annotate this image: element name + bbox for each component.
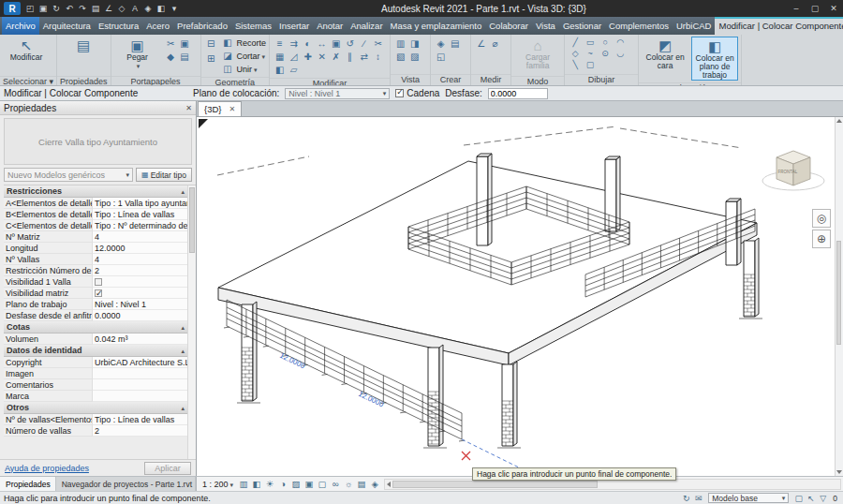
type-preview[interactable]: Cierre Valla tipo Ayuntamiento [4, 118, 192, 165]
offset-icon[interactable]: ⇉ [287, 37, 301, 50]
shadows-icon[interactable]: ◑ [276, 478, 289, 490]
properties-button[interactable]: ▤ [60, 37, 107, 74]
property-value[interactable]: Tipo : Nº determinado de v... [93, 220, 187, 231]
panel-label-crear[interactable]: Crear [431, 74, 470, 85]
apply-button[interactable]: Aplicar [144, 462, 191, 475]
section-header[interactable]: Cotas▴ [4, 321, 187, 334]
collapse-icon[interactable]: ▴ [181, 185, 185, 197]
exclude-options-icon[interactable]: ▢ [792, 493, 805, 504]
open-icon[interactable]: ◰ [23, 3, 37, 15]
property-value[interactable]: 12.0000 [93, 243, 187, 254]
tab-anotar[interactable]: Anotar [313, 17, 347, 35]
tab-modificar-colocar-componente[interactable]: Modificar | Colocar Componente [715, 17, 843, 35]
section-header[interactable]: Otros▴ [4, 402, 187, 414]
property-value[interactable] [93, 368, 187, 379]
create-group-icon[interactable]: ◈ [434, 37, 448, 50]
properties-help-link[interactable]: Ayuda de propiedades [5, 464, 89, 473]
design-options-select[interactable]: Modelo base [708, 493, 789, 503]
chain-option[interactable]: Cadena [395, 88, 439, 98]
property-value[interactable]: 0.042 m³ [93, 334, 187, 345]
draw-polygon-icon[interactable]: ◇ [568, 48, 583, 59]
press-drag-icon[interactable]: ↖ [805, 493, 817, 504]
tab-prefabricado[interactable]: Prefabricado [173, 17, 231, 35]
crop-view-icon[interactable]: ▣ [303, 478, 316, 490]
scrollbar-thumb[interactable] [836, 241, 841, 345]
draw-spline-icon[interactable]: ~ [583, 48, 598, 59]
create-similar-icon[interactable]: ▤ [448, 37, 462, 50]
undo-icon[interactable]: ↶ [63, 3, 76, 15]
property-value[interactable]: 2 [93, 425, 187, 437]
worksets-icon[interactable]: ↻ [680, 493, 692, 504]
property-value[interactable] [93, 288, 187, 299]
property-value[interactable]: 4 [93, 254, 187, 265]
property-value[interactable]: 0.0000 [93, 310, 187, 321]
swap-icon[interactable]: ⇄ [357, 50, 371, 63]
paint-icon[interactable]: ◧ [273, 63, 287, 76]
paste-button[interactable]: ▣ Pegar [114, 37, 161, 74]
tab-masa-y-emplazamiento[interactable]: Masa y emplazamiento [387, 17, 486, 35]
property-value[interactable]: UrbiCAD Architecture S.L. © [93, 357, 187, 368]
revit-logo-icon[interactable]: R [4, 2, 21, 15]
displaced-elements-icon[interactable]: ◈ [368, 478, 381, 490]
scrollbar-thumb[interactable] [189, 187, 195, 253]
type-selector[interactable]: Nuevo Modelos genéricos [4, 168, 133, 182]
section-header[interactable]: Datos de identidad▴ [4, 345, 187, 357]
scroll-left-icon[interactable] [387, 482, 391, 487]
visual-style-icon[interactable]: ◧ [250, 478, 263, 490]
tab-complementos[interactable]: Complementos [605, 17, 673, 35]
place-on-work-plane-button[interactable]: ◧ Colocar en plano de trabajo [691, 37, 738, 81]
property-value[interactable]: Tipo : Línea de vallas [93, 414, 187, 425]
split-icon[interactable]: ✂ [371, 37, 385, 50]
property-value[interactable] [93, 391, 187, 402]
view-tab-3d[interactable]: {3D} ✕ [198, 101, 242, 116]
extend-icon[interactable]: ↕ [371, 50, 385, 63]
panel-label-modo[interactable]: Modo [511, 76, 564, 86]
draw-line-icon[interactable]: ╱ [568, 37, 583, 48]
load-family-button[interactable]: ⌂ Cargar familia [514, 37, 561, 74]
tab-urbicad[interactable]: UrbiCAD [673, 17, 715, 35]
panel-label-seleccionar[interactable]: Seleccionar ▾ [0, 76, 56, 86]
close-icon[interactable]: ✕ [185, 104, 192, 112]
tab-arquitectura[interactable]: Arquitectura [39, 17, 95, 35]
unpin-icon[interactable]: ✕ [315, 50, 329, 63]
reveal-hidden-elements-icon[interactable]: ☼ [342, 478, 355, 490]
clipboard-icon[interactable]: ▤ [178, 50, 192, 63]
panel-tab-propiedades[interactable]: Propiedades [0, 477, 56, 491]
legend-icon[interactable]: ◱ [434, 50, 448, 63]
property-value[interactable] [93, 379, 187, 391]
tab-acero[interactable]: Acero [142, 17, 173, 35]
rotate-icon[interactable]: ↺ [343, 37, 357, 50]
mirror-icon[interactable]: ◐ [301, 37, 315, 50]
section-icon[interactable]: ◧ [155, 3, 168, 15]
tab-analizar[interactable]: Analizar [347, 17, 386, 35]
unir-button[interactable]: ◫ Unir [221, 63, 267, 75]
minimize-icon[interactable]: – [787, 1, 806, 16]
pin-icon[interactable]: ✚ [301, 50, 315, 63]
tab-insertar[interactable]: Insertar [275, 17, 313, 35]
section-box-icon[interactable]: ▨ [407, 50, 422, 63]
3d-view-icon[interactable]: ◈ [141, 3, 155, 15]
filter-icon[interactable]: ▽ [817, 493, 829, 504]
text-icon[interactable]: A [128, 3, 141, 15]
draw-rectangle-icon[interactable]: ▭ [583, 37, 598, 48]
navigation-wheel-icon[interactable]: ◎ [812, 209, 831, 228]
zoom-icon[interactable]: ⊕ [812, 230, 831, 248]
draw-arc-icon[interactable]: ◠ [613, 37, 628, 48]
edit-type-button[interactable]: ▦ Editar tipo [136, 168, 192, 182]
panel-tab-navegador-de-proyectos-parte-1-rvt[interactable]: Navegador de proyectos - Parte 1.rvt [56, 477, 196, 491]
temporary-view-properties-icon[interactable]: ▤ [355, 478, 368, 490]
section-header[interactable]: Restricciones▴ [4, 185, 187, 198]
property-value[interactable]: Tipo : Línea de vallas [93, 209, 187, 220]
panel-label-dibujar[interactable]: Dibujar [565, 74, 638, 85]
chain-checkbox[interactable] [395, 89, 404, 97]
tab-archivo[interactable]: Archivo [2, 17, 39, 35]
join-icon[interactable]: ∥ [343, 50, 357, 63]
collapse-icon[interactable]: ▴ [181, 345, 185, 356]
collapse-icon[interactable]: ▴ [181, 321, 185, 333]
delete-icon[interactable]: ✗ [329, 50, 343, 63]
property-value[interactable]: Nivel : Nivel 1 [93, 299, 187, 310]
isolate-icon[interactable]: ▧ [393, 50, 407, 63]
cut-icon[interactable]: ✂ [164, 37, 178, 50]
cortar-button[interactable]: ◪ Cortar [221, 50, 267, 62]
place-on-face-button[interactable]: ◩ Colocar en cara [642, 37, 688, 74]
